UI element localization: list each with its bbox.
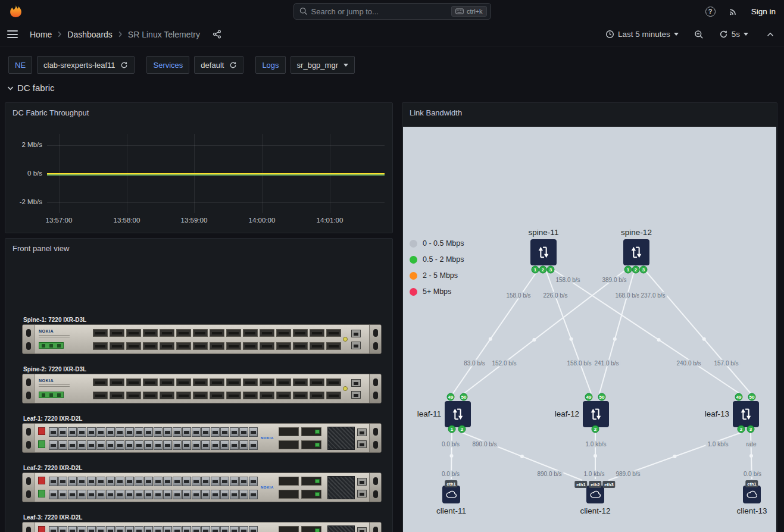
node-client-12[interactable] [586,486,604,503]
port-badge: 2 [738,425,745,433]
port-slot [232,493,237,496]
breadcrumb-dashboards[interactable]: Dashboards [67,30,113,39]
time-range-picker[interactable]: Last 5 minutes [602,27,682,41]
edge-line[interactable] [545,267,591,393]
switch-label: Leaf-2: 7220 IXR-D2L [23,465,382,471]
panel-title[interactable]: Front panel view [13,244,69,253]
port-slot [136,480,142,483]
refresh-icon[interactable] [229,61,237,69]
var-selected-value: clab-srexperts-leaf11 [43,61,115,70]
port-slot [354,333,358,336]
qsfp-port [176,392,191,399]
sfp-port [144,477,153,486]
help-icon[interactable]: ? [705,7,716,17]
edge-line[interactable] [642,267,751,393]
rack-ear [369,325,381,353]
port-slot [312,395,322,397]
port-slot [212,381,222,384]
search-input[interactable] [311,7,448,16]
sfp-port [68,427,77,437]
port-slot [203,444,208,447]
search-bar[interactable]: ctrl+k [293,3,491,20]
grafana-logo[interactable] [8,4,23,19]
node-spine-12[interactable] [623,239,649,265]
menu-toggle-icon[interactable] [7,30,18,38]
collapse-toolbar-icon[interactable] [764,29,777,40]
var-value-logs[interactable]: sr_bgp_mgr [291,56,355,74]
breadcrumb-home[interactable]: Home [30,30,52,39]
green-module [38,440,45,448]
port-slot [195,395,205,397]
node-leaf-11[interactable] [445,401,471,427]
time-range-label: Last 5 minutes [618,30,670,39]
port-slot [165,444,170,447]
sfp-port [58,440,67,450]
rack-ear-hole [373,329,378,337]
port-slot [329,332,339,334]
sfp-port [192,427,201,437]
port-slot [184,431,189,434]
sfp-port [249,427,258,437]
panel-title[interactable]: DC Fabric Throughput [13,108,89,117]
cloud-client-icon [446,490,457,499]
news-rss-icon[interactable] [726,4,741,18]
sign-in-link[interactable]: Sign in [751,7,776,16]
row-dc-fabric[interactable]: DC fabric [7,83,55,93]
port-slot [245,381,255,384]
share-icon[interactable] [210,27,224,41]
sfp-port [58,526,67,532]
switch-arrows-icon [738,406,754,422]
node-client-11[interactable] [442,486,460,503]
vent-grille [327,476,355,499]
qsfp-port [160,329,174,337]
power-led [343,386,348,391]
module-notch [49,393,53,397]
edge-rate-label: 0.0 b/s [440,441,461,447]
port-slot [98,431,104,434]
panel-title[interactable]: Link Bandwidth [410,108,462,117]
port-slot [136,431,142,434]
navbar-right-cluster: ? Sign in [705,4,776,18]
node-client-13[interactable] [743,486,761,503]
var-value-services[interactable]: default [194,56,243,74]
edge-line[interactable] [549,267,741,395]
refresh-icon[interactable] [120,61,128,69]
sfp-port [249,477,258,486]
switch-arrows-icon [450,406,466,422]
var-value-ne[interactable]: clab-srexperts-leaf11 [37,56,135,74]
qsfp-port [326,329,341,337]
qsfp-port [276,378,291,386]
node-leaf-12[interactable] [583,401,609,427]
zoom-out-icon[interactable] [692,27,706,42]
sfp-port [201,427,210,437]
red-module [38,477,45,484]
sfp-port [106,440,115,450]
sfp-port [182,477,191,486]
node-label-leaf-12: leaf-12 [555,409,579,418]
node-leaf-13[interactable] [733,401,759,427]
sfp-port [220,490,229,499]
port-slot [279,345,289,348]
port-slot [89,431,94,434]
port-slot [145,395,155,397]
refresh-picker[interactable]: 5s [716,27,752,41]
switch-label: Leaf-3: 7220 IXR-D2L [23,514,382,521]
qsfp-port [210,392,224,399]
green-module [38,490,45,497]
edge-marker [450,454,454,458]
port-slot [229,332,239,334]
var-label-ne: NE [8,56,32,74]
node-graph-canvas[interactable]: 0 - 0.5 Mbps0.5 - 2 Mbps2 - 5 Mbps5+ Mbp… [403,127,776,532]
edge-rate-label: 226.0 b/s [541,292,569,299]
port-slot [193,480,199,483]
edge-marker [594,454,597,458]
qsfp-port [193,392,208,399]
sfp-port [163,526,172,532]
rack-ear [23,473,35,502]
node-label-client-13: client-13 [736,506,767,515]
vent-grille [327,427,355,450]
node-spine-11[interactable] [530,239,557,265]
edge-line[interactable] [453,267,540,393]
qsfp-port [226,392,241,399]
qsfp-port [210,342,224,350]
